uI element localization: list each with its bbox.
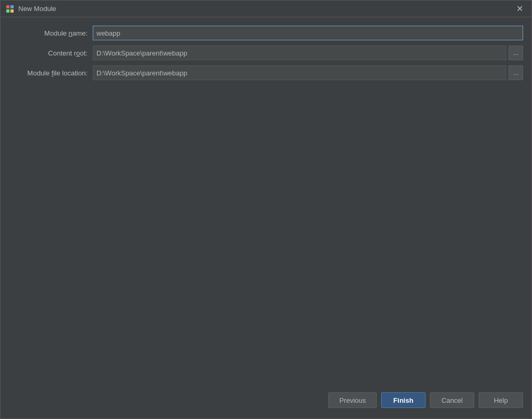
cancel-button[interactable]: Cancel	[430, 392, 474, 408]
svg-rect-2	[6, 9, 9, 13]
module-file-location-row: Module file location: ...	[9, 65, 523, 80]
module-icon	[6, 5, 14, 13]
dialog-body: Module name: Content root: ... Module fi…	[1, 17, 531, 386]
help-button[interactable]: Help	[479, 392, 523, 408]
content-root-input-container: ...	[93, 46, 523, 60]
content-root-input[interactable]	[93, 46, 506, 60]
finish-button[interactable]: Finish	[381, 392, 426, 408]
dialog-footer: Previous Finish Cancel Help	[1, 386, 531, 418]
title-bar: New Module ✕	[1, 1, 531, 17]
module-name-input[interactable]	[93, 26, 523, 40]
content-root-row: Content root: ...	[9, 46, 523, 60]
module-name-row: Module name:	[9, 26, 523, 40]
content-root-browse-button[interactable]: ...	[508, 46, 523, 60]
module-name-label: Module name:	[9, 29, 93, 37]
svg-rect-3	[10, 9, 14, 13]
title-bar-left: New Module	[6, 5, 56, 13]
module-file-location-label: Module file location:	[9, 69, 93, 77]
svg-rect-0	[6, 5, 9, 8]
new-module-dialog: New Module ✕ Module name: Content root: …	[0, 0, 532, 419]
dialog-title: New Module	[18, 5, 56, 13]
module-file-location-input-container: ...	[93, 65, 523, 80]
svg-rect-1	[10, 5, 14, 8]
content-root-label: Content root:	[9, 49, 93, 57]
module-file-location-browse-button[interactable]: ...	[508, 65, 523, 80]
close-button[interactable]: ✕	[513, 3, 526, 15]
module-file-location-input[interactable]	[93, 65, 506, 80]
previous-button[interactable]: Previous	[328, 392, 377, 408]
module-name-input-container	[93, 26, 523, 40]
